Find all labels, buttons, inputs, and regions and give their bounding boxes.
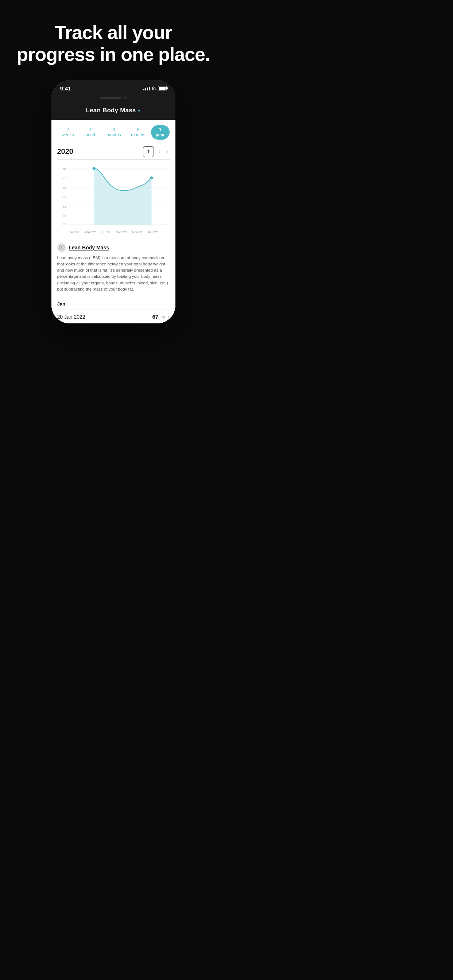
data-point-end xyxy=(150,177,153,180)
svg-text:68: 68 xyxy=(62,167,66,170)
phone-container: 9:41 ᵺ xyxy=(0,80,226,345)
svg-text:64: 64 xyxy=(62,205,66,208)
x-label-jan22-end: Jan '22 xyxy=(147,231,158,234)
prev-arrow-icon[interactable]: ‹ xyxy=(157,147,161,156)
data-entry-date: 20 Jan 2022 xyxy=(57,314,85,320)
notch xyxy=(90,93,137,102)
year-label: 2020 xyxy=(57,147,74,156)
data-entry-unit: kg xyxy=(161,314,166,320)
info-header: Lean Body Mass xyxy=(57,243,170,252)
phone-content: 2 weeks 1 month 3 months 6 months 1 year… xyxy=(51,120,175,324)
notch-pill xyxy=(100,97,121,99)
x-axis-labels: Jan '22 May '22 Jul '22 Sep '22 Nov'22 J… xyxy=(55,229,172,238)
status-time: 9:41 xyxy=(60,85,71,92)
x-label-may22: May '22 xyxy=(85,231,96,234)
status-bar: 9:41 ᵺ xyxy=(51,80,175,92)
wifi-icon: ᵺ xyxy=(152,85,156,91)
battery-icon xyxy=(158,86,167,91)
notch-dot xyxy=(124,96,127,99)
info-section: Lean Body Mass Lean body mass (LBM) is a… xyxy=(51,238,175,296)
tab-2-weeks[interactable]: 2 weeks xyxy=(57,125,78,140)
phone-title-bar: Lean Body Mass ▾ xyxy=(51,102,175,120)
x-label-nov22: Nov'22 xyxy=(132,231,142,234)
svg-text:62: 62 xyxy=(62,223,66,226)
chart-fill xyxy=(94,169,152,224)
data-point-start xyxy=(92,167,96,170)
tab-3-months[interactable]: 3 months xyxy=(102,125,125,140)
dropdown-arrow-icon[interactable]: ▾ xyxy=(138,108,140,113)
x-label-jan22-start: Jan '22 xyxy=(69,231,80,234)
year-header: 2020 T ‹ › xyxy=(51,143,175,159)
signal-icon xyxy=(144,86,150,91)
data-month-label: Jan xyxy=(57,301,170,307)
data-entry-value: 67 xyxy=(152,313,158,320)
hero-section: Track all your progress in one place. xyxy=(0,0,226,80)
screen-title: Lean Body Mass xyxy=(86,107,136,114)
chart-area: 68 67 66 65 64 63 62 xyxy=(51,160,175,238)
notch-area xyxy=(51,92,175,102)
phone-top: 9:41 ᵺ xyxy=(51,80,175,120)
chart-container: 68 67 66 65 64 63 62 xyxy=(55,163,172,229)
svg-text:67: 67 xyxy=(62,177,66,180)
data-section: Jan 20 Jan 2022 67 kg › xyxy=(51,296,175,323)
tab-1-month[interactable]: 1 month xyxy=(80,125,101,140)
x-label-sep22: Sep '22 xyxy=(116,231,126,234)
tab-1-year[interactable]: 1 year xyxy=(151,125,169,140)
info-metric-icon xyxy=(57,243,66,252)
phone-mockup: 9:41 ᵺ xyxy=(51,80,175,324)
x-label-jul22: Jul '22 xyxy=(101,231,110,234)
hero-title: Track all your progress in one place. xyxy=(14,22,212,65)
next-arrow-icon[interactable]: › xyxy=(164,147,169,156)
filter-tabs: 2 weeks 1 month 3 months 6 months 1 year xyxy=(51,120,175,143)
svg-text:66: 66 xyxy=(62,186,66,189)
chart-svg: 68 67 66 65 64 63 62 xyxy=(55,163,172,229)
svg-text:65: 65 xyxy=(62,196,66,199)
svg-text:63: 63 xyxy=(62,215,66,218)
row-chevron-icon: › xyxy=(168,314,170,320)
year-controls: T ‹ › xyxy=(143,146,170,157)
status-icons: ᵺ xyxy=(144,85,167,91)
data-entry-row[interactable]: 20 Jan 2022 67 kg › xyxy=(57,310,170,323)
svg-point-15 xyxy=(61,246,62,247)
info-description: Lean body mass (LBM) is a measure of bod… xyxy=(57,255,170,293)
info-title: Lean Body Mass xyxy=(69,245,109,250)
data-value-container: 67 kg › xyxy=(152,313,169,320)
tab-6-months[interactable]: 6 months xyxy=(126,125,150,140)
t-button[interactable]: T xyxy=(143,146,154,157)
